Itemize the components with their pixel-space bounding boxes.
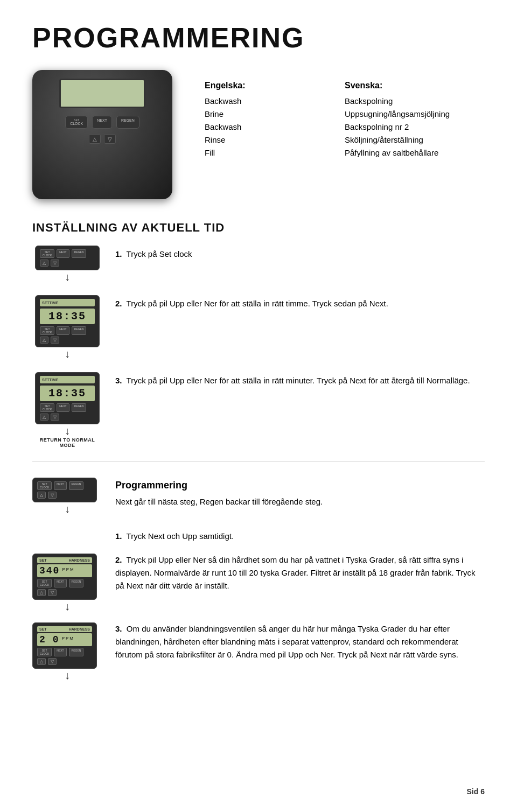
prog-intro-mini-device: SETCLOCK NEXT REGEN △ ▽ bbox=[32, 478, 97, 502]
step2-block: SETTIME 18:35 SETCLOCK NEXT REGEN △ ▽ ↓ … bbox=[32, 295, 485, 359]
section-divider bbox=[32, 461, 485, 461]
prog-regen: REGEN bbox=[69, 481, 84, 490]
step3-arrow-indicator: ↓ bbox=[65, 425, 70, 436]
prog-hardness-value: 340 PPM bbox=[37, 564, 92, 577]
step2-text: 2. Tryck på pil Upp eller Ner för att st… bbox=[115, 295, 485, 310]
prog-step3-up-arrow: △ bbox=[37, 658, 46, 665]
regen-button-device[interactable]: REGEN bbox=[116, 116, 139, 129]
step2-arrow-indicator: ↓ bbox=[65, 348, 70, 359]
programming-subtitle: Next går till nästa steg, Regen backar t… bbox=[115, 495, 485, 508]
prog-step3-hardness-screen: SET HARDNESS bbox=[37, 626, 92, 632]
prog-step3-num: 3. bbox=[115, 624, 122, 633]
prog-intro-block: SETCLOCK NEXT REGEN △ ▽ ↓ Programmering … bbox=[32, 478, 485, 519]
step1-next: NEXT bbox=[57, 249, 69, 258]
step2-display: 18:35 bbox=[40, 309, 95, 324]
step2-set-clock: SETCLOCK bbox=[40, 326, 54, 335]
page-title: PROGRAMMERING bbox=[32, 22, 485, 54]
step3-down-arrow: ▽ bbox=[51, 414, 59, 421]
prog-hardness-number: 340 bbox=[39, 565, 60, 576]
prog-step3-buttons: SETCLOCK NEXT REGEN bbox=[37, 648, 92, 656]
step3-next: NEXT bbox=[57, 403, 69, 412]
page-container: PROGRAMMERING SET CLOCK NEXT REGEN △ ▽ bbox=[0, 0, 517, 724]
en-row-5: Fill bbox=[205, 146, 345, 159]
prog-step2-down-arrow: ▽ bbox=[48, 589, 57, 596]
programming-section: SETCLOCK NEXT REGEN △ ▽ ↓ Programmering … bbox=[32, 478, 485, 681]
step2-regen: REGEN bbox=[72, 326, 87, 335]
prog-step3-block: SET HARDNESS 2 0 PPM SETCLOCK NEXT REGEN bbox=[32, 622, 485, 681]
prog-step3-mini-device: SET HARDNESS 2 0 PPM SETCLOCK NEXT REGEN bbox=[32, 622, 97, 669]
prog-step3-arrows: △ ▽ bbox=[37, 658, 92, 665]
page-footer: Sid 6 bbox=[467, 787, 485, 796]
step2-down-arrow: ▽ bbox=[51, 337, 59, 344]
prog-intro-device: SETCLOCK NEXT REGEN △ ▽ ↓ bbox=[32, 478, 102, 514]
prog-arrow-indicator: ↓ bbox=[32, 503, 102, 514]
step1-device: SETCLOCK NEXT REGEN △ ▽ ↓ bbox=[32, 246, 102, 282]
step1-down-arrow: ▽ bbox=[51, 260, 59, 267]
step3-buttons: SETCLOCK NEXT REGEN bbox=[40, 403, 95, 412]
up-arrow-device[interactable]: △ bbox=[89, 134, 101, 144]
step1-block: SETCLOCK NEXT REGEN △ ▽ ↓ 1. Tryck på Se… bbox=[32, 246, 485, 282]
prog-down-arrow: ▽ bbox=[48, 492, 57, 499]
set-clock-button[interactable]: SET CLOCK bbox=[65, 116, 88, 129]
device-screen bbox=[59, 79, 145, 108]
translation-header: Engelska: Svenska: bbox=[205, 81, 485, 90]
prog-step2-num: 2. bbox=[115, 555, 122, 564]
device-box: SET CLOCK NEXT REGEN △ ▽ bbox=[32, 70, 172, 199]
step3-set-clock: SETCLOCK bbox=[40, 403, 54, 412]
prog-hardness-label: HARDNESS bbox=[69, 558, 90, 562]
sv-row-1: Backspolning bbox=[345, 95, 485, 108]
prog-step3-next: NEXT bbox=[54, 648, 66, 656]
next-button-device[interactable]: NEXT bbox=[92, 116, 112, 129]
prog-step2-block: SET HARDNESS 340 PPM SETCLOCK NEXT REGEN… bbox=[32, 554, 485, 612]
prog-step2-arrows: △ ▽ bbox=[37, 589, 92, 596]
prog-step3-text: 3. Om du använder blandningsventilen så … bbox=[115, 622, 485, 661]
en-col: Backwash Brine Backwash Rinse Fill bbox=[205, 95, 345, 159]
sv-row-4: Sköljning/återställning bbox=[345, 134, 485, 146]
prog-step1-num: 1. bbox=[115, 531, 122, 541]
step1-num: 1. bbox=[115, 249, 122, 258]
step2-settime-label: SETTIME bbox=[40, 299, 95, 306]
prog-step2-up-arrow: △ bbox=[37, 589, 46, 596]
step1-arrows: △ ▽ bbox=[40, 260, 95, 267]
prog-step1-block: 1. Tryck Next och Upp samtidigt. bbox=[32, 530, 485, 543]
step1-mini-device: SETCLOCK NEXT REGEN △ ▽ bbox=[35, 246, 100, 270]
prog-next: NEXT bbox=[54, 481, 66, 490]
en-row-2: Brine bbox=[205, 108, 345, 121]
step2-next: NEXT bbox=[57, 326, 69, 335]
step3-device: SETTIME 18:35 SETCLOCK NEXT REGEN △ ▽ ↓ … bbox=[32, 372, 102, 448]
step3-regen: REGEN bbox=[72, 403, 87, 412]
step2-mini-device: SETTIME 18:35 SETCLOCK NEXT REGEN △ ▽ bbox=[35, 295, 100, 347]
step1-up-arrow: △ bbox=[40, 260, 48, 267]
prog-step3-hardness-number1: 2 bbox=[39, 634, 46, 645]
step1-arrow-indicator: ↓ bbox=[65, 271, 70, 282]
prog-step3-hardness-label: HARDNESS bbox=[69, 627, 90, 631]
device-arrows: △ ▽ bbox=[89, 134, 116, 144]
step3-arrows: △ ▽ bbox=[40, 414, 95, 421]
time-section-heading: INSTÄLLNING AV AKTUELL TID bbox=[32, 221, 485, 235]
step2-desc: Tryck på pil Upp eller Ner för att ställ… bbox=[127, 299, 388, 308]
prog-step3-down-arrow: ▽ bbox=[48, 658, 57, 665]
step3-num: 3. bbox=[115, 376, 122, 385]
step3-settime-label: SETTIME bbox=[40, 376, 95, 383]
step1-text: 1. Tryck på Set clock bbox=[115, 246, 485, 260]
prog-step2-desc: Tryck pil Upp eller Ner så din hårdhet s… bbox=[115, 555, 476, 590]
prog-ppm-label: PPM bbox=[62, 567, 74, 572]
step2-arrows: △ ▽ bbox=[40, 337, 95, 344]
step3-up-arrow: △ bbox=[40, 414, 48, 421]
step3-mini-device: SETTIME 18:35 SETCLOCK NEXT REGEN △ ▽ bbox=[35, 372, 100, 424]
top-section: SET CLOCK NEXT REGEN △ ▽ Engelska: Svens… bbox=[32, 70, 485, 199]
step3-text: 3. Tryck på pil Upp eller Ner för att st… bbox=[115, 372, 485, 387]
prog-step3-set-clock: SETCLOCK bbox=[37, 648, 52, 656]
prog-step2-arrow-indicator: ↓ bbox=[32, 601, 102, 612]
prog-step2-next: NEXT bbox=[54, 579, 66, 587]
device-image: SET CLOCK NEXT REGEN △ ▽ bbox=[32, 70, 183, 199]
prog-step3-device: SET HARDNESS 2 0 PPM SETCLOCK NEXT REGEN bbox=[32, 622, 102, 681]
return-label: RETURN TO NORMAL MODE bbox=[32, 437, 102, 448]
programming-title: Programmering bbox=[115, 478, 485, 493]
step1-set-clock: SETCLOCK bbox=[40, 249, 54, 258]
prog-step3-set-label: SET bbox=[39, 627, 47, 631]
down-arrow-device[interactable]: ▽ bbox=[104, 134, 116, 144]
prog-intro-buttons: SETCLOCK NEXT REGEN bbox=[37, 481, 92, 490]
sv-row-5: Påfyllning av saltbehållare bbox=[345, 146, 485, 159]
prog-step3-arrow-indicator: ↓ bbox=[32, 670, 102, 681]
